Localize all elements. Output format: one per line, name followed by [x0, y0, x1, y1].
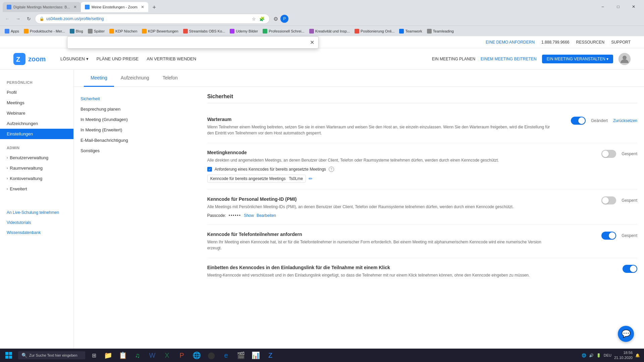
- chevron-right-icon-4: ›: [7, 187, 8, 191]
- bookmark-blog[interactable]: Blog: [68, 28, 85, 34]
- taskbar-edge[interactable]: e: [219, 349, 233, 361]
- bookmark-streamlabs[interactable]: Streamlabs OBS Ko...: [181, 28, 227, 34]
- telefon-toggle[interactable]: [601, 232, 616, 240]
- sidebar-benutzerverwaltung[interactable]: › Benutzerverwaltung: [0, 153, 73, 163]
- show-passcode-btn[interactable]: Show: [244, 213, 254, 218]
- chat-icon: 💬: [622, 329, 631, 338]
- close-button[interactable]: ✕: [626, 1, 641, 12]
- warteraum-reset[interactable]: Zurücksetzen: [613, 118, 637, 123]
- sidebar-meetings[interactable]: Meetings: [0, 98, 73, 108]
- zoom-logo[interactable]: Z zoom: [13, 53, 47, 65]
- taskbar-excel[interactable]: X: [160, 349, 174, 361]
- address-bar[interactable]: 🔒 us04web.zoom.us/profile/setting ☆ 🧩: [35, 14, 270, 24]
- sidebar-videotutorials[interactable]: Videotutorials: [0, 218, 73, 228]
- personal-section-title: PERSÖNLICH: [0, 80, 73, 87]
- sidebar-webinare[interactable]: Webinare: [0, 108, 73, 118]
- taskbar-app9[interactable]: 🎬: [234, 349, 248, 361]
- resources-link[interactable]: RESSOURCEN: [576, 40, 605, 45]
- back-button[interactable]: ←: [3, 14, 12, 23]
- warteraum-toggle[interactable]: [571, 117, 586, 125]
- einbetten-toggle[interactable]: [623, 265, 637, 273]
- bookmark-teamleading[interactable]: Teamleading: [425, 28, 456, 34]
- start-button[interactable]: [1, 349, 16, 361]
- subnav-sonstiges[interactable]: Sonstiges: [80, 145, 133, 156]
- bookmark-positionierung[interactable]: Positionierung Onli...: [353, 28, 397, 34]
- support-link[interactable]: SUPPORT: [611, 40, 631, 45]
- bookmark-produktsuche[interactable]: Produktsuche - Mer...: [22, 28, 67, 34]
- sidebar-erweitert[interactable]: › Erweitert: [0, 184, 73, 194]
- maximize-button[interactable]: □: [610, 1, 626, 12]
- sidebar-wissensdatenbank[interactable]: Wissensdatenbank: [0, 228, 73, 238]
- taskbar-word[interactable]: W: [146, 349, 159, 361]
- tab-telefon[interactable]: Telefon: [156, 70, 184, 87]
- subnav-email[interactable]: E-Mail-Benachrichtigung: [80, 135, 133, 145]
- browser-tab-2[interactable]: Meine Einstellungen - Zoom ✕: [81, 2, 148, 12]
- taskbar-explorer[interactable]: 📁: [101, 349, 115, 361]
- bookmark-kdp-nischen[interactable]: KDP Nischen: [107, 28, 139, 34]
- toggle-thumb-3: [602, 197, 609, 204]
- subnav-sicherheit[interactable]: Sicherheit: [80, 94, 133, 104]
- sidebar-kontoverwaltung[interactable]: › Kontoverwaltung: [0, 173, 73, 184]
- bookmark-kreativitaet[interactable]: Kreativität und Insp...: [307, 28, 352, 34]
- bookmark-teamwork[interactable]: Teamwork: [397, 28, 424, 34]
- forward-button[interactable]: →: [13, 14, 23, 23]
- taskview-button[interactable]: ⊞: [87, 349, 101, 361]
- tab-close-1[interactable]: ✕: [73, 5, 77, 9]
- taskbar-app10[interactable]: 📊: [249, 349, 262, 361]
- bookmark-professionell[interactable]: Professionell Schrei...: [261, 28, 306, 34]
- content-area: Meeting Aufzeichnung Telefon Sicherheit …: [74, 70, 644, 362]
- nav-sales[interactable]: AN VERTRIEB WENDEN: [147, 56, 196, 61]
- taskbar-powerpoint[interactable]: P: [175, 349, 189, 361]
- add-tab-button[interactable]: +: [150, 3, 159, 12]
- bookmark-kdp-bewertungen[interactable]: KDP Bewertungen: [140, 28, 180, 34]
- minimize-button[interactable]: –: [595, 1, 610, 12]
- sidebar-profil[interactable]: Profil: [0, 87, 73, 98]
- browser-tab-1[interactable]: Digitale Meetings Masterclass: B... ✕: [3, 2, 81, 12]
- nav-solutions[interactable]: LÖSUNGEN ▾: [60, 56, 89, 61]
- taskbar-app2[interactable]: 📋: [116, 349, 129, 361]
- kenncode-checkbox[interactable]: ✓: [207, 167, 212, 172]
- taskbar-spotify[interactable]: ♫: [131, 349, 144, 361]
- nav-plans[interactable]: PLÄNE UND PREISE: [97, 56, 139, 61]
- subnav-grundlagen[interactable]: In Meeting (Grundlagen): [80, 114, 133, 125]
- chat-button[interactable]: 💬: [618, 326, 634, 342]
- bookmark-apps[interactable]: Apps: [3, 28, 21, 34]
- profile-icon[interactable]: P: [280, 15, 288, 23]
- join-meeting-btn[interactable]: EINEM MEETING BEITRETEN: [481, 57, 537, 61]
- popup-close-icon[interactable]: ✕: [310, 39, 314, 46]
- app10-icon: 📊: [252, 351, 260, 359]
- user-avatar[interactable]: [619, 53, 631, 65]
- sidebar-raumverwaltung[interactable]: › Raumverwaltung: [0, 163, 73, 173]
- sidebar-aufzeichnungen[interactable]: Aufzeichnungen: [0, 118, 73, 129]
- teamwork-icon: [399, 29, 404, 34]
- info-icon[interactable]: ?: [329, 167, 334, 172]
- taskbar-zoom[interactable]: Z: [264, 349, 277, 361]
- bookmark-spaeter[interactable]: Später: [86, 28, 107, 34]
- subnav-erweitert[interactable]: In Meeting (Erweitert): [80, 125, 133, 135]
- sidebar-einstellungen[interactable]: Einstellungen: [0, 129, 73, 139]
- host-meeting-btn[interactable]: EIN MEETING VERANSTALTEN ▾: [542, 55, 613, 63]
- refresh-button[interactable]: ↻: [24, 14, 34, 23]
- sidebar-liveschulung[interactable]: An Live-Schulung teilnehmen: [0, 207, 73, 218]
- taskbar-app6[interactable]: 🌐: [190, 349, 203, 361]
- edit-passcode-btn[interactable]: Bearbeiten: [257, 213, 276, 218]
- tab-meeting[interactable]: Meeting: [84, 70, 114, 87]
- setting-pmi: Kenncode für Personal Meeting-ID (PMI) A…: [207, 190, 637, 225]
- taskbar-search[interactable]: 🔍 Zur Suche Text hier eingeben: [18, 351, 85, 359]
- bookmark-star-icon[interactable]: ☆: [251, 15, 257, 22]
- demo-link[interactable]: EINE DEMO ANFORDERN: [486, 40, 535, 45]
- einbetten-control: [570, 265, 637, 273]
- taskbar-chrome[interactable]: ⬤: [205, 349, 218, 361]
- subnav-besprechung[interactable]: Besprechung planen: [80, 104, 133, 114]
- bookmark-udemy[interactable]: Udemy Bilder: [228, 28, 260, 34]
- extension-icon[interactable]: 🧩: [259, 15, 265, 22]
- tab-close-2[interactable]: ✕: [141, 5, 144, 9]
- tab-aufzeichnung[interactable]: Aufzeichnung: [114, 70, 156, 87]
- edit-icon[interactable]: ✏: [309, 176, 313, 181]
- extensions-icon[interactable]: ⚙: [272, 15, 279, 22]
- meetingkenncode-toggle[interactable]: [601, 150, 616, 158]
- notification-icon[interactable]: 🔔: [635, 353, 640, 358]
- address-popup-input[interactable]: [71, 40, 307, 45]
- pmi-toggle[interactable]: [601, 196, 616, 204]
- plan-meeting-btn[interactable]: EIN MEETING PLANEN: [432, 57, 475, 61]
